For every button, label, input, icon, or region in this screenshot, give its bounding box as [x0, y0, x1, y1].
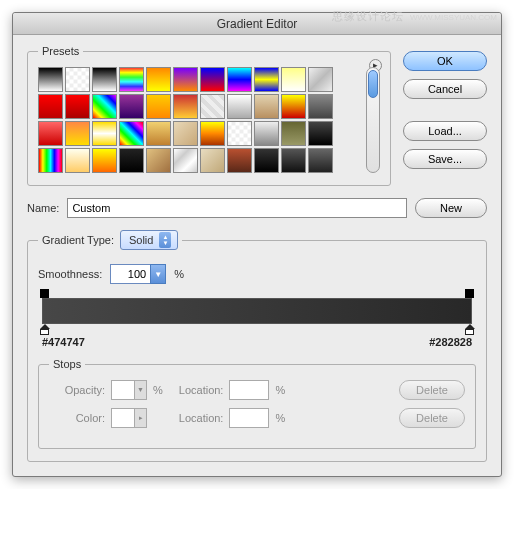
smoothness-dropdown-icon[interactable]: ▼: [150, 264, 166, 284]
dialog-title: Gradient Editor: [13, 13, 501, 35]
preset-swatch[interactable]: [146, 67, 171, 92]
preset-swatch[interactable]: [119, 148, 144, 173]
preset-swatch[interactable]: [65, 148, 90, 173]
delete-color-button: Delete: [399, 408, 465, 428]
preset-swatch[interactable]: [227, 67, 252, 92]
save-button[interactable]: Save...: [403, 149, 487, 169]
preset-swatch[interactable]: [281, 94, 306, 119]
preset-swatch[interactable]: [281, 148, 306, 173]
gradient-bar[interactable]: [42, 298, 472, 324]
opacity-label: Opacity:: [49, 384, 105, 396]
preset-swatch[interactable]: [92, 67, 117, 92]
preset-swatch[interactable]: [200, 148, 225, 173]
ok-button[interactable]: OK: [403, 51, 487, 71]
gradient-fieldset: Gradient Type: Solid ▲▼ Smoothness: ▼ %: [27, 230, 487, 462]
color-label: Color:: [49, 412, 105, 424]
preset-swatch[interactable]: [173, 148, 198, 173]
new-button[interactable]: New: [415, 198, 487, 218]
location-label-1: Location:: [179, 384, 224, 396]
preset-swatch[interactable]: [200, 67, 225, 92]
preset-swatch[interactable]: [146, 148, 171, 173]
opacity-pct: %: [153, 384, 163, 396]
name-label: Name:: [27, 202, 59, 214]
preset-swatch[interactable]: [38, 121, 63, 146]
hex-left: #474747: [42, 336, 85, 348]
preset-swatch[interactable]: [38, 148, 63, 173]
loc1-pct: %: [275, 384, 285, 396]
name-input[interactable]: [67, 198, 407, 218]
preset-swatch[interactable]: [308, 121, 333, 146]
preset-swatch[interactable]: [92, 94, 117, 119]
presets-grid: [38, 67, 362, 173]
presets-fieldset: Presets ▸: [27, 45, 391, 186]
preset-swatch[interactable]: [254, 94, 279, 119]
preset-swatch[interactable]: [308, 67, 333, 92]
opacity-stop-right[interactable]: [465, 289, 474, 298]
preset-swatch[interactable]: [119, 67, 144, 92]
preset-swatch[interactable]: [281, 121, 306, 146]
preset-swatch[interactable]: [308, 94, 333, 119]
preset-swatch[interactable]: [200, 94, 225, 119]
preset-swatch[interactable]: [146, 121, 171, 146]
preset-swatch[interactable]: [254, 67, 279, 92]
preset-swatch[interactable]: [173, 94, 198, 119]
preset-swatch[interactable]: [227, 121, 252, 146]
preset-swatch[interactable]: [227, 94, 252, 119]
smoothness-pct: %: [174, 268, 184, 280]
preset-swatch[interactable]: [254, 148, 279, 173]
preset-swatch[interactable]: [65, 121, 90, 146]
smoothness-label: Smoothness:: [38, 268, 102, 280]
preset-swatch[interactable]: [65, 67, 90, 92]
smoothness-input[interactable]: [110, 264, 150, 284]
preset-swatch[interactable]: [92, 121, 117, 146]
opacity-location-input: [229, 380, 269, 400]
gradient-type-select[interactable]: Solid ▲▼: [120, 230, 178, 250]
preset-swatch[interactable]: [200, 121, 225, 146]
color-stop-right[interactable]: [464, 324, 475, 335]
preset-swatch[interactable]: [38, 94, 63, 119]
preset-swatch[interactable]: [227, 148, 252, 173]
color-stop-left[interactable]: [39, 324, 50, 335]
preset-swatch[interactable]: [119, 121, 144, 146]
opacity-stop-left[interactable]: [40, 289, 49, 298]
delete-opacity-button: Delete: [399, 380, 465, 400]
gradient-editor-dialog: Gradient Editor Presets ▸ OK Cancel Load…: [12, 12, 502, 477]
gradient-type-label: Gradient Type:: [42, 234, 114, 246]
opacity-field: ▼: [111, 380, 147, 400]
scrollbar-thumb[interactable]: [368, 70, 378, 98]
cancel-button[interactable]: Cancel: [403, 79, 487, 99]
gradient-type-row: Gradient Type: Solid ▲▼: [38, 230, 182, 250]
presets-scrollbar[interactable]: [366, 67, 380, 173]
preset-swatch[interactable]: [92, 148, 117, 173]
preset-swatch[interactable]: [65, 94, 90, 119]
color-swatch: ▸: [111, 408, 147, 428]
preset-swatch[interactable]: [308, 148, 333, 173]
stops-fieldset: Stops Opacity: ▼ % Location: % Delete Co…: [38, 358, 476, 449]
hex-right: #282828: [429, 336, 472, 348]
color-location-input: [229, 408, 269, 428]
stops-legend: Stops: [49, 358, 85, 370]
preset-swatch[interactable]: [38, 67, 63, 92]
load-button[interactable]: Load...: [403, 121, 487, 141]
presets-legend: Presets: [38, 45, 83, 57]
preset-swatch[interactable]: [173, 67, 198, 92]
select-arrows-icon: ▲▼: [159, 232, 171, 248]
preset-swatch[interactable]: [119, 94, 144, 119]
preset-swatch[interactable]: [146, 94, 171, 119]
preset-swatch[interactable]: [254, 121, 279, 146]
preset-swatch[interactable]: [173, 121, 198, 146]
preset-swatch[interactable]: [281, 67, 306, 92]
loc2-pct: %: [275, 412, 285, 424]
location-label-2: Location:: [179, 412, 224, 424]
gradient-preview[interactable]: [42, 298, 472, 324]
